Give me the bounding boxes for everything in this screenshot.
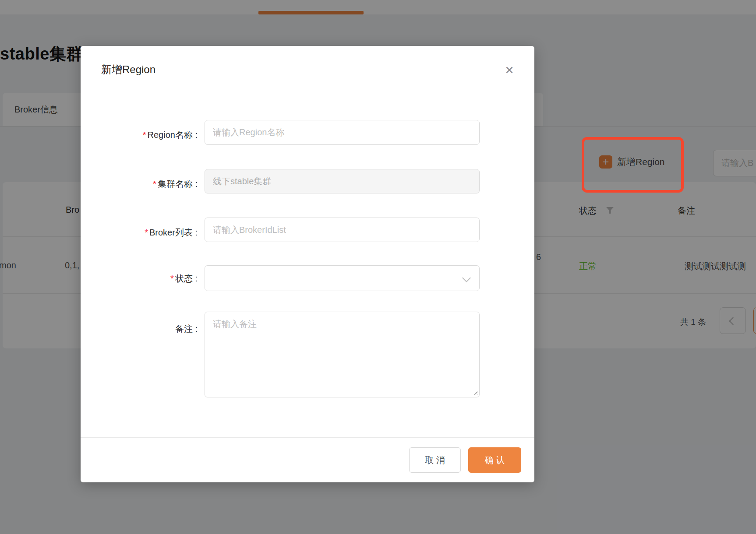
required-asterisk: *	[153, 179, 156, 189]
label-cluster-name-text: 集群名称 :	[158, 179, 198, 189]
broker-list-input[interactable]	[205, 218, 480, 242]
label-status: *状态 :	[81, 273, 198, 285]
annotation-highlight-box	[582, 137, 684, 193]
remark-textarea[interactable]	[205, 312, 480, 397]
confirm-button[interactable]: 确 认	[468, 447, 521, 473]
label-cluster-name: *集群名称 :	[81, 178, 198, 190]
label-region-name-text: Region名称 :	[148, 130, 198, 140]
label-remark-text: 备注 :	[175, 324, 198, 334]
add-region-modal: 新增Region ✕ *Region名称 : *集群名称 : *Broker列表…	[81, 46, 534, 482]
cluster-name-input	[205, 169, 480, 193]
label-broker-list-text: Broker列表 :	[149, 228, 198, 237]
required-asterisk: *	[143, 130, 146, 140]
modal-footer-divider	[81, 437, 534, 438]
chevron-down-icon	[462, 274, 471, 282]
required-asterisk: *	[145, 228, 148, 237]
label-broker-list: *Broker列表 :	[81, 227, 198, 239]
region-name-input[interactable]	[205, 120, 480, 145]
modal-title: 新增Region	[101, 63, 155, 77]
modal-header-divider	[81, 93, 534, 93]
status-select[interactable]	[205, 265, 480, 291]
required-asterisk: *	[170, 274, 174, 283]
label-remark: 备注 :	[81, 323, 198, 335]
label-region-name: *Region名称 :	[81, 129, 198, 141]
label-status-text: 状态 :	[175, 274, 198, 283]
cancel-button[interactable]: 取 消	[409, 447, 461, 473]
remark-textarea-wrap	[205, 312, 480, 397]
close-icon[interactable]: ✕	[502, 63, 517, 77]
